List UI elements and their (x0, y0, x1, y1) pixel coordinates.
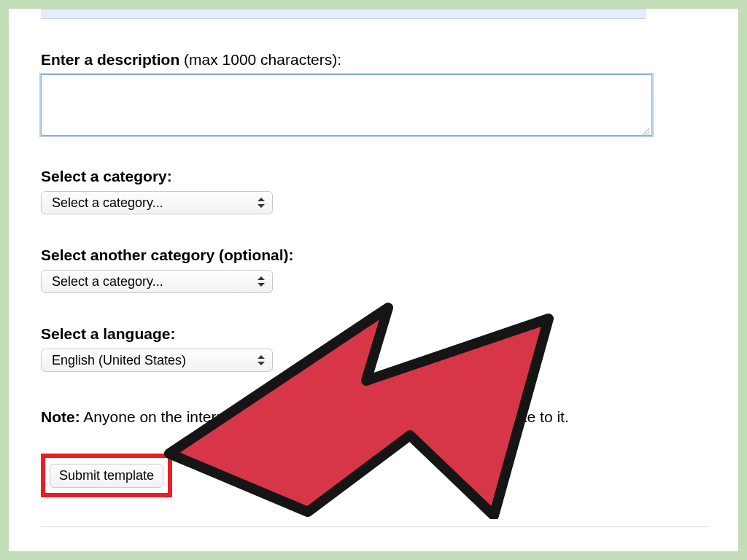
submit-template-button[interactable]: Submit template (50, 464, 163, 488)
category2-label: Select another category (optional): (41, 246, 711, 264)
category1-label: Select a category: (41, 168, 711, 185)
language-section: Select a language: English (United State… (41, 325, 711, 372)
note-text: Note: Anyone on the internet will ur tem… (41, 407, 639, 427)
language-label: Select a language: (41, 325, 711, 343)
language-selected-value: English (United States) (52, 353, 186, 368)
category1-select[interactable]: Select a category... (41, 191, 273, 214)
category2-section: Select another category (optional): Sele… (41, 246, 711, 293)
category2-select[interactable]: Select a category... (41, 270, 273, 293)
sort-icon (258, 198, 265, 208)
sort-icon (258, 276, 265, 287)
description-section: Enter a description (max 1000 characters… (41, 51, 711, 136)
language-select[interactable]: English (United States) (41, 349, 273, 372)
description-textarea-wrap (41, 74, 652, 136)
info-bar: Choose a different item | Open in a new … (41, 9, 646, 19)
category1-selected-value: Select a category... (52, 195, 163, 211)
divider (41, 526, 709, 527)
description-textarea[interactable] (42, 75, 651, 135)
description-label: Enter a description (max 1000 characters… (41, 51, 711, 69)
submit-highlight-box: Submit template (41, 454, 172, 497)
sort-icon (258, 355, 265, 365)
category1-section: Select a category: Select a category... (41, 168, 711, 214)
category2-selected-value: Select a category... (52, 274, 163, 289)
